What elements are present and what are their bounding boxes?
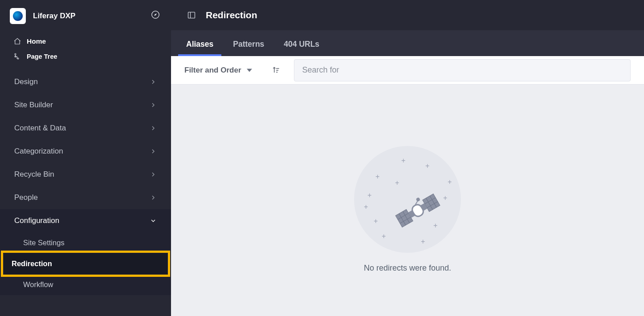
empty-illustration: + + + + + + + + + + + + xyxy=(354,146,461,253)
subnav-item-label: Workflow xyxy=(23,280,53,288)
subnav-item-site-settings[interactable]: Site Settings xyxy=(0,232,171,253)
titlebar: Redirection xyxy=(171,0,644,30)
panel-toggle-icon[interactable] xyxy=(187,11,196,20)
chevron-right-icon xyxy=(150,78,157,85)
nav-item-design[interactable]: Design xyxy=(0,70,171,93)
chevron-right-icon xyxy=(150,101,157,109)
main: Redirection Aliases Patterns 404 URLs Fi… xyxy=(171,0,644,316)
sort-button[interactable] xyxy=(272,66,281,75)
page-title: Redirection xyxy=(206,10,257,20)
nav-item-content-data[interactable]: Content & Data xyxy=(0,117,171,140)
svg-point-23 xyxy=(416,197,420,202)
toolbar: Filter and Order xyxy=(171,56,644,85)
subnav-item-label: Site Settings xyxy=(23,239,65,247)
sidebar-header: Liferay DXP xyxy=(0,0,171,32)
filter-order-button[interactable]: Filter and Order xyxy=(184,66,252,75)
svg-rect-5 xyxy=(188,12,195,18)
nav-item-label: Content & Data xyxy=(14,124,66,133)
product-name: Liferay DXP xyxy=(33,12,75,20)
chevron-right-icon xyxy=(150,148,157,155)
subnav-item-redirection[interactable]: Redirection xyxy=(0,253,171,274)
tab-404-urls[interactable]: 404 URLs xyxy=(282,32,321,56)
compass-icon xyxy=(151,10,160,20)
nav-item-label: Categorization xyxy=(14,147,63,156)
tab-patterns[interactable]: Patterns xyxy=(231,32,266,56)
nav-item-label: Configuration xyxy=(14,216,59,225)
nav-item-label: Site Builder xyxy=(14,101,53,109)
subnav-configuration: Site Settings Redirection Workflow xyxy=(0,232,171,295)
caret-down-icon xyxy=(247,68,252,73)
nav-item-label: Design xyxy=(14,77,38,86)
tab-label: 404 URLs xyxy=(284,40,319,49)
filter-order-label: Filter and Order xyxy=(184,66,241,75)
nav-item-site-builder[interactable]: Site Builder xyxy=(0,93,171,117)
product-logo[interactable] xyxy=(10,8,26,24)
home-icon xyxy=(13,37,21,45)
tab-label: Aliases xyxy=(186,40,213,49)
page-tree-link[interactable]: Page Tree xyxy=(0,49,171,64)
chevron-down-icon xyxy=(150,217,157,224)
chevron-right-icon xyxy=(150,194,157,201)
quicklinks: Home Page Tree xyxy=(0,32,171,68)
empty-message: No redirects were found. xyxy=(364,263,451,273)
tabbar: Aliases Patterns 404 URLs xyxy=(171,30,644,56)
nav-item-label: People xyxy=(14,193,38,202)
nav-item-label: Recycle Bin xyxy=(14,170,54,179)
svg-point-2 xyxy=(15,53,16,55)
svg-point-4 xyxy=(17,58,19,59)
tab-aliases[interactable]: Aliases xyxy=(184,32,215,56)
satellite-icon xyxy=(393,190,442,231)
empty-state: + + + + + + + + + + + + xyxy=(171,85,644,316)
sidebar: Liferay DXP Home Page Tree Design Site B… xyxy=(0,0,171,316)
home-link-label: Home xyxy=(27,37,46,45)
nav-item-recycle-bin[interactable]: Recycle Bin xyxy=(0,163,171,186)
subnav-item-workflow[interactable]: Workflow xyxy=(0,274,171,295)
nav-item-configuration[interactable]: Configuration xyxy=(0,209,171,232)
page-tree-link-label: Page Tree xyxy=(27,53,57,60)
svg-marker-1 xyxy=(154,13,157,16)
compass-button[interactable] xyxy=(151,10,160,20)
subnav-item-label: Redirection xyxy=(12,259,52,267)
tab-label: Patterns xyxy=(233,40,264,49)
search-wrap xyxy=(294,59,631,81)
nav-item-people[interactable]: People xyxy=(0,186,171,209)
page-tree-icon xyxy=(13,53,21,61)
chevron-right-icon xyxy=(150,171,157,178)
search-input[interactable] xyxy=(294,59,631,81)
nav-item-categorization[interactable]: Categorization xyxy=(0,140,171,163)
nav-group: Design Site Builder Content & Data Categ… xyxy=(0,68,171,298)
home-link[interactable]: Home xyxy=(0,34,171,49)
chevron-right-icon xyxy=(150,125,157,132)
sort-icon xyxy=(272,66,281,75)
